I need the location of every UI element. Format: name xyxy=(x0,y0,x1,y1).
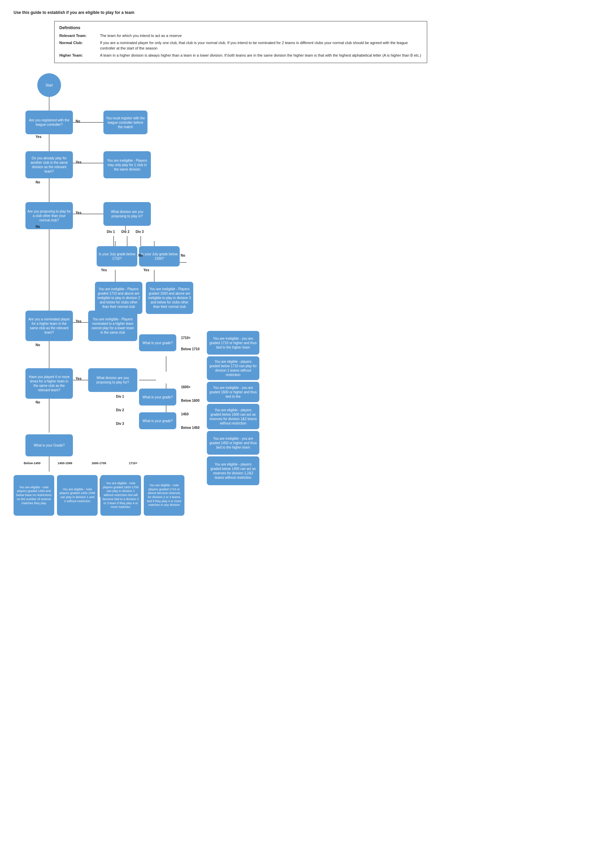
q1-no-label: No xyxy=(76,119,80,123)
div1-label: Div 1 xyxy=(107,230,115,234)
bottom-below1450-label: Below-1450 xyxy=(24,462,41,465)
q2-yes-label: Yes xyxy=(76,160,81,164)
q4-div3-node: Is your July grade below 1560? xyxy=(139,246,180,267)
q3-node: Are you proposing to play for a club oth… xyxy=(25,202,73,229)
div3-label: Div 3 xyxy=(136,230,144,234)
relevant-team-label: Relevant Team: xyxy=(59,33,100,39)
normal-club-label: Normal Club: xyxy=(59,40,100,51)
ineligible-1600-node: You are ineligible - you are graded 1600… xyxy=(207,382,259,402)
grade-div3-node: What is your grade? xyxy=(139,412,176,429)
q3-no-label: No xyxy=(36,225,40,228)
relevant-team-text: The team for which you intend to act as … xyxy=(100,33,422,39)
ineligible-1450-node: You are ineligible - you are graded 1450… xyxy=(207,431,259,455)
page-title: Use this guide to establish if you are e… xyxy=(14,10,600,15)
q5-no-label: No xyxy=(36,343,40,347)
definitions-box: Definitions Relevant Team: The team for … xyxy=(54,21,427,63)
flowchart: Start Are you registered with the league… xyxy=(14,73,600,819)
q4-div2-node: Is your July grade below 1710? xyxy=(97,246,137,267)
grade-1600plus-label: 1600+ xyxy=(181,385,191,389)
q3-yes-label: Yes xyxy=(76,211,81,215)
start-node: Start xyxy=(37,73,61,97)
normal-club-text: If you are a nominated player for only o… xyxy=(100,40,422,51)
q5-yes-label: Yes xyxy=(76,319,81,323)
grade-below1450-label: Below 1450 xyxy=(181,426,199,429)
q6-div1-label: Div 1 xyxy=(116,395,124,398)
q5-node: Are you a nominated player for a higher … xyxy=(25,311,73,341)
higher-team-label: Higher Team: xyxy=(59,53,100,58)
ineligible-1560-node: You are ineligible - Players graded 1560… xyxy=(146,282,193,314)
ineligible-tied-higher-node: You are ineligible - you are graded 1710… xyxy=(207,331,259,355)
eligible-below1450-div-node: You are eligible - players graded below … xyxy=(207,456,259,485)
eligible-1600-1709-node: You are eligible - note players graded 1… xyxy=(100,475,141,516)
q4-div3-no-label: No xyxy=(181,254,185,257)
q1-no-result: You must register with the league contro… xyxy=(104,110,147,134)
connector-lines xyxy=(14,73,600,819)
q6-yes-label: Yes xyxy=(76,377,81,380)
definitions-title: Definitions xyxy=(59,25,422,31)
q6-div2-label: Div 2 xyxy=(116,408,124,412)
eligible-1450-1599-node: You are eligible - note players graded 1… xyxy=(57,475,98,516)
eligible-below1600-node: You are eligible - players graded below … xyxy=(207,404,259,429)
eligible-1710plus-node: You are eligible - note players graded 1… xyxy=(144,475,185,516)
grade-below1600-label: Below 1600 xyxy=(181,399,199,403)
q4-div2-yes-label: Yes xyxy=(101,268,107,272)
q6-div3-label: Div 3 xyxy=(116,422,124,426)
grade-1710plus-label: 1710+ xyxy=(181,336,191,340)
bottom-1710plus-label: 1710+ xyxy=(129,462,137,465)
grade-below1710-label: Below 1710 xyxy=(181,347,199,351)
grade-q7-node: What is your Grade? xyxy=(25,434,73,456)
q2-yes-result: You are ineligible - Players may only pl… xyxy=(104,151,151,178)
higher-team-text: A team in a higher division is always hi… xyxy=(100,53,422,58)
ineligible-1710-node: You are ineligible - Players graded 1710… xyxy=(95,282,143,314)
eligible-below1710-node: You are eligible - players graded below … xyxy=(207,356,259,380)
bottom-1600-1709-label: 1600-1709 xyxy=(91,462,106,465)
q4-div2-no-label: No xyxy=(138,254,143,257)
bottom-1450-1599-label: 1450-1599 xyxy=(57,462,72,465)
grade-1450-label: 1450 xyxy=(181,412,189,416)
q1-yes-label: Yes xyxy=(36,135,41,139)
q1-node: Are you registered with the league contr… xyxy=(25,110,73,134)
grade-div2-node: What is your grade? xyxy=(139,389,176,406)
div-question-node: What division are you proposing to play … xyxy=(104,202,151,226)
div2-label: Div 2 xyxy=(121,230,130,234)
ineligible-nominated-node: You are ineligible - Players nominated t… xyxy=(88,311,137,341)
eligible-below1450-b-node: You are eligible - note players graded 1… xyxy=(14,475,54,516)
q6-node: Have you played 4 or more times for a hi… xyxy=(25,368,73,399)
q6-no-label: No xyxy=(36,400,40,404)
q6-div-node: What division are you proposing to play … xyxy=(88,368,137,392)
grade-div1-node: What is your grade? xyxy=(139,334,176,351)
q4-div3-yes-label: Yes xyxy=(143,268,149,272)
q2-no-label: No xyxy=(36,180,40,184)
q2-node: Do you already play for another club in … xyxy=(25,151,73,178)
